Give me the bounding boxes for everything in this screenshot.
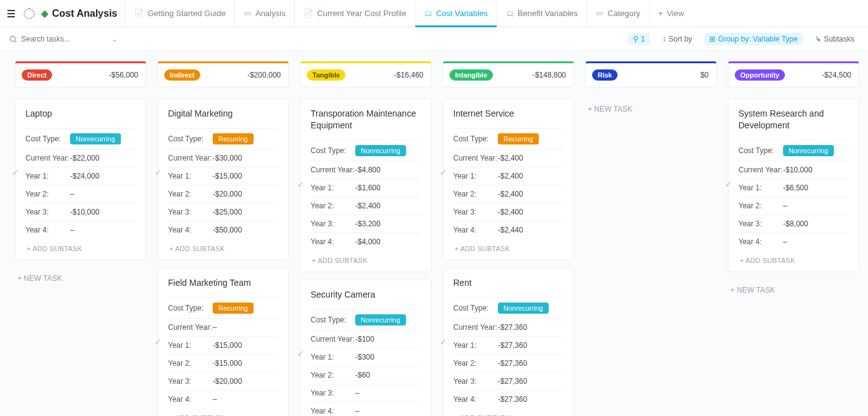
field-row-year2: Year 2:-$20,000 [168,185,278,203]
field-label: Year 3: [311,389,355,397]
add-subtask-button[interactable]: ADD SUBTASK [453,408,564,416]
tab-icon: 🗂 [506,9,514,18]
field-value: -$25,000 [213,208,242,216]
field-value: -$2,400 [355,201,381,210]
tab-current-year-cost-profile[interactable]: 📄Current Year Cost Profile [294,0,415,27]
add-subtask-button[interactable]: ADD SUBTASK [168,408,278,416]
task-card[interactable]: RentCost Type:NonrecurringCurrent Year:-… [443,268,574,416]
field-row-cost-type: Cost Type:Nonrecurring [311,140,421,161]
filter-button[interactable]: ⚲ 1 [628,33,650,45]
svg-line-1 [15,41,17,43]
column-header[interactable]: Risk$0 [585,61,717,87]
field-label: Year 3: [168,377,213,386]
task-card[interactable]: Field Marketing TeamCost Type:RecurringC… [157,268,289,416]
search-input[interactable] [9,31,108,47]
add-view-button[interactable]: +View [649,0,693,27]
task-card[interactable]: Internet ServiceCost Type:RecurringCurre… [443,99,574,260]
field-label: Year 4: [311,237,355,246]
field-label: Year 4: [168,395,213,404]
field-label: Year 3: [453,377,498,386]
field-label: Year 3: [311,219,355,228]
filter-bar: ⌄ ⚲ 1 ↕ Sort by ⊞ Group by: Variable Typ… [0,27,868,51]
add-subtask-button[interactable]: ADD SUBTASK [25,239,136,256]
field-row-current-year: Current Year:-$10,000 [738,161,849,179]
task-card[interactable]: Digital MarketingCost Type:RecurringCurr… [157,99,289,260]
new-task-button[interactable]: NEW TASK [15,268,146,289]
field-row-year4: Year 4:– [25,221,136,239]
tab-cost-variables[interactable]: 🗂Cost Variables [415,0,497,27]
svg-point-0 [10,36,15,41]
field-label: Cost Type: [168,304,213,312]
column-header[interactable]: Intangible-$148,800 [443,61,574,87]
field-row-year3: Year 3:-$3,200 [311,215,421,232]
column-tangible: Tangible-$16,460Transporation Maintenanc… [300,61,432,416]
card-title: Security Camera [311,289,421,301]
task-card[interactable]: Transporation Maintenance EquipmentCost … [300,99,432,272]
filter-icon: ⚲ [633,35,639,43]
groupby-button[interactable]: ⊞ Group by: Variable Type [704,33,802,45]
field-label: Year 4: [311,407,355,415]
column-header[interactable]: Indirect-$200,000 [157,61,289,87]
column-header[interactable]: Tangible-$16,460 [300,61,432,87]
field-row-cost-type: Cost Type:Recurring [453,128,564,149]
add-subtask-button[interactable]: ADD SUBTASK [453,239,564,256]
cost-type-tag: Recurring [498,133,539,144]
field-row-year4: Year 4:– [168,390,278,408]
field-label: Year 1: [453,172,498,180]
field-value: -$30,000 [213,154,242,162]
check-icon: ✓ [440,167,447,177]
field-row-current-year: Current Year:-$2,400 [453,149,564,167]
field-row-year3: Year 3:-$25,000 [168,203,278,221]
column-risk: Risk$0NEW TASK [585,61,717,120]
field-value: -$2,400 [498,172,523,180]
new-task-button[interactable]: NEW TASK [585,99,717,120]
column-total: -$200,000 [247,71,281,79]
field-label: Year 4: [453,226,498,234]
cost-type-tag: Nonrecurring [355,145,406,156]
chevron-down-icon[interactable]: ⌄ [112,35,117,43]
add-subtask-button[interactable]: ADD SUBTASK [311,250,421,268]
field-row-year2: Year 2:-$15,000 [168,354,278,372]
field-row-year2: Year 2:– [738,197,849,215]
sort-label: Sort by [668,35,692,43]
column-direct: Direct-$56,000LaptopCost Type:Nonrecurri… [15,61,146,289]
field-label: Year 2: [738,201,783,210]
field-label: Current Year: [311,335,355,343]
column-header[interactable]: Opportunity-$24,500 [728,61,859,87]
field-value: -$27,360 [498,377,527,386]
new-task-button[interactable]: NEW TASK [728,280,859,301]
tab-label: Cost Variables [436,9,488,18]
field-value: -$6,500 [783,184,808,192]
tab-getting-started-guide[interactable]: 📄Getting Started Guide [125,0,234,27]
field-label: Current Year: [311,166,355,174]
subtasks-button[interactable]: ↳ Subtasks [810,33,859,45]
page-title: Cost Analysis [52,8,117,19]
field-label: Year 4: [25,226,70,234]
tab-category[interactable]: ≔Category [587,0,649,27]
field-value: – [70,226,74,234]
sort-button[interactable]: ↕ Sort by [657,33,697,45]
field-row-year4: Year 4:– [738,232,849,250]
tab-analysis[interactable]: ≔Analysis [234,0,294,27]
field-value: -$100 [355,335,374,343]
add-subtask-button[interactable]: ADD SUBTASK [168,239,278,256]
field-value: -$10,000 [70,208,99,216]
column-badge: Tangible [307,69,345,81]
field-row-year4: Year 4:-$4,000 [311,232,421,250]
field-row-current-year: Current Year:-$22,000 [25,149,136,167]
cost-type-tag: Recurring [213,303,254,314]
add-subtask-button[interactable]: ADD SUBTASK [738,250,849,268]
tab-label: Current Year Cost Profile [317,9,406,18]
column-opportunity: Opportunity-$24,500System Research and D… [728,61,859,301]
task-card[interactable]: Security CameraCost Type:NonrecurringCur… [300,280,432,416]
task-card[interactable]: System Research and DevelopmentCost Type… [728,99,859,272]
menu-icon[interactable] [5,6,17,22]
loading-spinner-icon [24,8,35,19]
column-badge: Intangible [450,69,493,81]
tab-benefit-variables[interactable]: 🗂Benefit Variables [497,0,587,27]
task-card[interactable]: LaptopCost Type:NonrecurringCurrent Year… [15,99,146,260]
field-value: – [70,190,74,198]
field-value: -$300 [355,353,374,361]
column-header[interactable]: Direct-$56,000 [15,61,146,87]
field-value: -$3,200 [355,219,381,228]
